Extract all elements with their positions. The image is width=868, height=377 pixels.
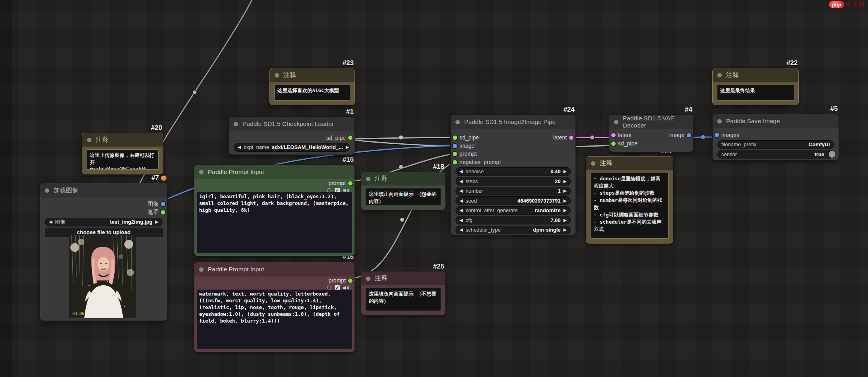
- positive-prompt-textarea[interactable]: 1girl, beautiful, pink hair, (black_eyes…: [197, 192, 352, 253]
- decrement-arrow-icon[interactable]: ◀: [459, 169, 463, 174]
- increment-arrow-icon[interactable]: ▶: [564, 179, 567, 184]
- collapse-dot[interactable]: [199, 267, 203, 272]
- widget-seed[interactable]: ◀ seed 464690397373791 ▶: [455, 196, 571, 205]
- collapse-dot[interactable]: [199, 170, 203, 174]
- collapse-dot[interactable]: [591, 161, 595, 166]
- collapse-dot[interactable]: [275, 73, 279, 77]
- node-titlebar[interactable]: Paddle Save Image: [713, 114, 839, 128]
- photo-illustration: 03.06: [69, 235, 136, 318]
- sdpipe-input-port[interactable]: [611, 141, 616, 146]
- comment-textarea[interactable]: 这里选择喜欢的AIGC大模型: [274, 85, 350, 101]
- decrement-arrow-icon[interactable]: ◀: [459, 218, 463, 222]
- image-file-widget[interactable]: ◀ 图像 test_img2img.jpg ▶: [45, 218, 163, 226]
- widget-censor[interactable]: censor true: [717, 150, 834, 159]
- radio-control-icon[interactable]: [327, 286, 331, 290]
- negative-prompt-input-port[interactable]: [453, 160, 457, 164]
- node-titlebar[interactable]: Paddle SD1.5 VAE Decoder: [609, 115, 693, 129]
- collapse-dot[interactable]: [45, 188, 49, 193]
- badge-text: #7: [151, 174, 159, 182]
- load-image-node[interactable]: #7 加载图像 图像 遮罩 ◀ 图像 test_img2img.jpg ▶ ch…: [40, 183, 168, 321]
- link-dot: [701, 135, 705, 139]
- node-titlebar[interactable]: 注释: [361, 272, 445, 285]
- comment-textarea[interactable]: - denoise是重绘幅度，越高程度越大 - steps是画笔绘制的步数 - …: [591, 173, 668, 239]
- widget-number[interactable]: ◀ number 1 ▶: [455, 187, 571, 195]
- collapse-dot[interactable]: [366, 177, 370, 181]
- decrement-arrow-icon[interactable]: ◀: [459, 208, 463, 213]
- prompt-output-port[interactable]: [348, 278, 353, 283]
- collapse-dot[interactable]: [455, 120, 460, 124]
- widget-cfg[interactable]: ◀ cfg 7.00 ▶: [455, 216, 571, 224]
- checkpoint-loader-node[interactable]: #1 Paddle SD1.5 Checkpoint Loader sd_pip…: [229, 116, 355, 155]
- image2image-pipe-node[interactable]: #24 Paddle SD1.5 Image2Image Pipe sd_pip…: [450, 114, 576, 235]
- comment-node-25[interactable]: #25 注释 这里填负向画面提示 （不想要的内容）: [361, 271, 446, 315]
- collapse-dot[interactable]: [234, 122, 238, 126]
- comment-node-18[interactable]: #18 注释 这里填正向画面提示 （想要的内容）: [361, 172, 446, 210]
- node-titlebar[interactable]: 注释: [586, 157, 673, 170]
- collapse-dot[interactable]: [87, 138, 91, 142]
- node-titlebar[interactable]: Paddle Prompt Input: [194, 262, 355, 276]
- comment-node-21[interactable]: #21 注释 - denoise是重绘幅度，越高程度越大 - steps是画笔绘…: [586, 156, 673, 244]
- node-titlebar[interactable]: Paddle SD1.5 Checkpoint Loader: [229, 117, 355, 131]
- negative-prompt-node[interactable]: #16 Paddle Prompt Input prompt ✓ waterma…: [194, 262, 355, 352]
- photo-preview[interactable]: 03.06: [69, 235, 136, 318]
- radio-control-icon[interactable]: [327, 188, 331, 193]
- comment-textarea[interactable]: 这里填正向画面提示 （想要的内容）: [366, 188, 441, 205]
- vae-decoder-node[interactable]: #4 Paddle SD1.5 VAE Decoder latent image…: [609, 114, 694, 152]
- prompt-output-port[interactable]: [348, 181, 353, 186]
- latent-input-port[interactable]: [611, 133, 616, 137]
- mask-output-port[interactable]: [161, 210, 165, 215]
- decrement-arrow-icon[interactable]: ◀: [49, 220, 52, 224]
- node-titlebar[interactable]: 加载图像: [40, 183, 167, 197]
- image-input-port[interactable]: [453, 144, 457, 148]
- node-titlebar[interactable]: 注释: [270, 68, 355, 82]
- decrement-arrow-icon[interactable]: ◀: [459, 228, 463, 232]
- node-order-badge: #15: [343, 156, 354, 164]
- comment-node-22[interactable]: #22 注释 这里是最终结果: [712, 68, 799, 105]
- increment-arrow-icon[interactable]: ▶: [155, 220, 159, 224]
- negative-prompt-textarea[interactable]: watermark, text, worst quality, letterbo…: [197, 290, 352, 349]
- comment-node-23[interactable]: #23 注释 这里选择喜欢的AIGC大模型: [269, 68, 355, 105]
- positive-prompt-node[interactable]: #15 Paddle Prompt Input prompt ✓ 1girl, …: [194, 164, 355, 256]
- save-image-node[interactable]: #5 Paddle Save Image images filename_pre…: [712, 114, 839, 160]
- latent-output-port[interactable]: [569, 135, 574, 140]
- increment-arrow-icon[interactable]: ▶: [564, 218, 567, 222]
- censor-toggle[interactable]: [829, 151, 835, 158]
- collapse-dot[interactable]: [717, 73, 722, 77]
- sdpipe-input-port[interactable]: [453, 135, 457, 140]
- images-input-port[interactable]: [715, 133, 719, 137]
- decrement-arrow-icon[interactable]: ◀: [238, 145, 241, 149]
- node-titlebar[interactable]: 注释: [361, 172, 445, 186]
- decrement-arrow-icon[interactable]: ◀: [459, 199, 463, 203]
- increment-arrow-icon[interactable]: ▶: [564, 228, 567, 232]
- widget-scheduler-type[interactable]: ◀ scheduler_type dpm-single ▶: [455, 226, 571, 234]
- increment-arrow-icon[interactable]: ▶: [564, 199, 567, 203]
- widget-control-after-generate[interactable]: ◀ control_after_generate randomize ▶: [455, 206, 571, 215]
- widget-filename-prefix[interactable]: filename_prefix ComfyUI: [717, 140, 834, 149]
- comment-textarea[interactable]: 这里上传原图像，右键可以打开 MaskEditor进行mask绘制。: [87, 149, 159, 170]
- sdpipe-output-port[interactable]: [348, 135, 353, 140]
- image-output-port[interactable]: [687, 133, 691, 137]
- increment-arrow-icon[interactable]: ▶: [564, 208, 567, 213]
- comment-textarea[interactable]: 这里是最终结果: [717, 85, 794, 101]
- node-titlebar[interactable]: Paddle Prompt Input: [194, 165, 355, 179]
- node-titlebar[interactable]: 注释: [713, 68, 798, 82]
- node-order-badge: #24: [564, 106, 575, 114]
- collapse-dot[interactable]: [614, 120, 618, 124]
- node-titlebar[interactable]: Paddle SD1.5 Image2Image Pipe: [451, 115, 575, 129]
- increment-arrow-icon[interactable]: ▶: [564, 169, 567, 174]
- collapse-dot[interactable]: [717, 119, 722, 124]
- widget-denoise[interactable]: ◀ denoise 0.40 ▶: [455, 167, 571, 176]
- widget-label: cfg: [465, 217, 472, 223]
- prompt-input-port[interactable]: [453, 152, 457, 156]
- collapse-dot[interactable]: [366, 276, 370, 281]
- comment-textarea[interactable]: 这里填负向画面提示 （不想要的内容）: [366, 288, 441, 311]
- widget-steps[interactable]: ◀ steps 20 ▶: [455, 177, 571, 186]
- image-output-port[interactable]: [161, 202, 165, 206]
- comment-node-20[interactable]: #20 注释 这里上传原图像，右键可以打开 MaskEditor进行mask绘制…: [82, 133, 163, 174]
- node-titlebar[interactable]: 注释: [82, 133, 163, 147]
- increment-arrow-icon[interactable]: ▶: [346, 145, 349, 149]
- ckpt-name-widget[interactable]: ◀ ckpt_name sdxl/LEOSAM_HelloWorld_... ▶: [234, 143, 350, 152]
- increment-arrow-icon[interactable]: ▶: [564, 189, 567, 193]
- decrement-arrow-icon[interactable]: ◀: [459, 189, 463, 193]
- decrement-arrow-icon[interactable]: ◀: [459, 179, 463, 184]
